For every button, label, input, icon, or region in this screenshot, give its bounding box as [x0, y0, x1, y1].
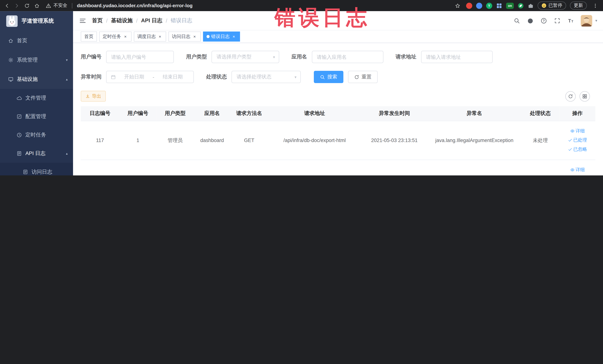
back-icon[interactable] — [2, 1, 12, 10]
svg-text:?: ? — [543, 19, 545, 23]
reload-icon[interactable] — [22, 1, 32, 10]
navbar-right: ? TT ▾ — [513, 15, 597, 26]
cell-method: GET — [231, 160, 268, 176]
search-icon[interactable] — [513, 17, 520, 24]
sidebar-item-system[interactable]: 系统管理 ▾ — [0, 50, 73, 70]
refresh-table-button[interactable] — [565, 91, 576, 101]
sidebar-item-infra[interactable]: 基础设施 ▴ — [0, 70, 73, 89]
github-icon[interactable] — [527, 17, 534, 24]
tab-home[interactable]: 首页 — [81, 32, 97, 42]
table-header-row: 日志编号用户编号用户类型应用名请求方法名请求地址异常发生时间异常名处理状态操作 — [81, 106, 595, 121]
sidebar-item-access-log[interactable]: 访问日志 — [0, 163, 73, 176]
cell-time: 2021-05-03 23:13:51 — [361, 121, 428, 160]
extension-blue-drop-icon[interactable] — [476, 2, 482, 9]
sidebar-item-file[interactable]: 文件管理 — [0, 89, 73, 107]
breadcrumb-item[interactable]: 基础设施 — [111, 17, 133, 24]
exception-time-range-picker[interactable]: 开始日期 - 结束日期 — [106, 71, 194, 83]
sidebar-item-config[interactable]: 配置管理 — [0, 107, 73, 126]
caret-down-icon[interactable]: ▾ — [595, 19, 597, 23]
address-bar-url[interactable]: dashboard.yudao.iocoder.cn/infra/log/api… — [77, 3, 193, 8]
hamburger-icon[interactable] — [79, 17, 86, 24]
forward-icon[interactable] — [12, 1, 22, 10]
fullscreen-icon[interactable] — [554, 17, 561, 24]
tab-close-icon[interactable]: × — [231, 34, 237, 39]
column-header: 异常名 — [428, 106, 521, 121]
breadcrumb-item[interactable]: API 日志 — [141, 17, 162, 24]
extension-red-circle-icon[interactable] — [466, 2, 472, 9]
sidebar-item-home[interactable]: 首页 — [0, 31, 73, 50]
sidebar-item-api-log[interactable]: API 日志 ▴ — [0, 144, 73, 163]
breadcrumb-item[interactable]: 首页 — [92, 17, 103, 24]
process-status-placeholder: 请选择处理状态 — [237, 73, 272, 80]
action-ignored-link[interactable]: 已忽略 — [568, 146, 587, 153]
user-id-input[interactable] — [106, 51, 174, 63]
cell-user-type: 管理员 — [156, 121, 194, 160]
search-button[interactable]: 搜索 — [314, 71, 344, 83]
cell-user-id: 1 — [119, 121, 156, 160]
export-button[interactable]: 导出 — [81, 91, 106, 102]
tab-close-icon[interactable]: × — [192, 34, 197, 39]
cell-method: GET — [231, 121, 268, 160]
tab-error-log[interactable]: 错误日志× — [203, 32, 240, 42]
page-content: 用户编号 用户类型 请选择用户类型 ▾ 应用名 — [73, 43, 603, 176]
action-processed-link[interactable]: 已处理 — [568, 137, 587, 143]
sidebar-item-job[interactable]: 定时任务 — [0, 126, 73, 144]
user-avatar[interactable] — [581, 15, 592, 26]
browser-update-button[interactable]: 更新 — [570, 1, 587, 10]
chevron-up-icon: ▴ — [66, 77, 68, 81]
browser-home-icon[interactable] — [32, 1, 42, 10]
chevron-down-icon: ▾ — [273, 55, 275, 59]
tab-label: 定时任务 — [103, 33, 121, 40]
export-button-label: 导出 — [92, 93, 101, 99]
breadcrumb: 首页/基础设施/API 日志/错误日志 — [92, 17, 192, 24]
reset-button-label: 重置 — [361, 73, 371, 80]
extension-grid-icon[interactable] — [496, 2, 502, 9]
column-header: 请求方法名 — [231, 106, 268, 121]
app-name-input[interactable] — [312, 51, 383, 63]
help-icon[interactable]: ? — [540, 17, 547, 24]
extension-puzzle-icon[interactable] — [528, 2, 534, 9]
reset-button[interactable]: 重置 — [348, 71, 378, 83]
table-row: 1171管理员dashboardGET/api/infra/db-doc/exp… — [81, 121, 595, 160]
column-settings-button[interactable] — [580, 91, 590, 101]
user-id-label: 用户编号 — [81, 53, 102, 60]
app-logo[interactable]: 芋道管理系统 — [0, 11, 73, 31]
column-header: 日志编号 — [81, 106, 119, 121]
tab-close-icon[interactable]: × — [157, 34, 163, 39]
tab-access-log[interactable]: 访问日志× — [169, 32, 201, 42]
chevron-down-icon: ▾ — [66, 58, 68, 62]
profile-paused-chip[interactable]: 已暂停 — [538, 1, 566, 10]
user-type-label: 用户类型 — [186, 53, 207, 60]
extension-on-badge-icon[interactable]: on — [506, 2, 514, 9]
extension-green-y-icon[interactable]: Y — [486, 2, 492, 9]
cell-time: 2021-05-03 12:02:31 — [361, 160, 428, 176]
tags-view: 首页定时任务×调度日志×访问日志×错误日志× — [73, 30, 603, 43]
refresh-icon — [354, 74, 359, 79]
column-header: 用户编号 — [119, 106, 156, 121]
cell-actions: 详细已处理已忽略 — [560, 121, 595, 160]
tab-label: 访问日志 — [172, 33, 190, 40]
tab-label: 首页 — [84, 33, 93, 40]
grid-icon — [582, 94, 587, 99]
tab-close-icon[interactable]: × — [123, 34, 128, 39]
process-status-select[interactable]: 请选择处理状态 ▾ — [232, 71, 301, 83]
bookmark-star-icon[interactable] — [453, 1, 462, 10]
security-chip[interactable]: 不安全 — [46, 1, 67, 10]
user-type-select[interactable]: 请选择用户类型 ▾ — [211, 51, 279, 63]
tab-job[interactable]: 定时任务× — [99, 32, 131, 42]
breadcrumb-separator: / — [136, 17, 138, 23]
request-url-input[interactable] — [421, 51, 493, 63]
action-detail-link[interactable]: 详细 — [570, 166, 585, 173]
table-toolbar: 导出 — [81, 91, 595, 102]
font-size-icon[interactable]: TT — [567, 17, 574, 24]
date-start-placeholder: 开始日期 — [117, 73, 151, 80]
tab-job-log[interactable]: 调度日志× — [134, 32, 166, 42]
column-header: 请求地址 — [268, 106, 361, 121]
extension-leaf-icon[interactable] — [518, 2, 524, 9]
exception-time-label: 异常时间 — [81, 73, 102, 80]
action-detail-link[interactable]: 详细 — [570, 128, 585, 134]
download-icon — [85, 94, 90, 98]
main-area: 首页/基础设施/API 日志/错误日志 ? TT ▾ 首页定时任务×调度日志×访… — [73, 11, 603, 176]
browser-menu-kebab-icon[interactable] — [591, 1, 600, 10]
browser-chrome: 不安全 dashboard.yudao.iocoder.cn/infra/log… — [0, 0, 603, 11]
